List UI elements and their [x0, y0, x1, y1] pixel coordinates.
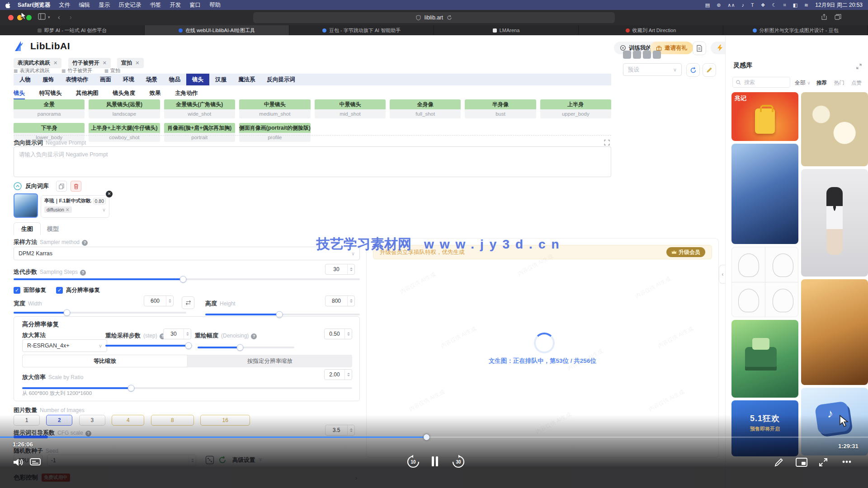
more-options-icon[interactable]: [842, 460, 852, 464]
tag-history-item[interactable]: ▦宣拍: [104, 67, 120, 74]
shot-mid[interactable]: 中景镜头mid_shot: [315, 99, 386, 118]
status-music-icon[interactable]: ♪: [741, 2, 744, 8]
sidebar-chevron-icon[interactable]: ▾: [48, 15, 50, 19]
pip-icon[interactable]: [796, 458, 807, 467]
tab-hanfu[interactable]: 汉服: [209, 74, 232, 85]
model-remove-button[interactable]: ✕: [106, 191, 113, 197]
gallery-image-green-train[interactable]: [731, 320, 798, 398]
shot-medium[interactable]: 中景镜头medium_shot: [239, 99, 311, 118]
shot-panorama[interactable]: 全景panorama: [14, 99, 85, 118]
tab-object[interactable]: 物品: [163, 74, 186, 85]
status-moon-icon[interactable]: ☾: [772, 2, 777, 8]
forward-button[interactable]: ›: [70, 14, 72, 21]
shot-wide[interactable]: 全景镜头(广角镜头)wide_shot: [164, 99, 235, 118]
subtab-composition[interactable]: 其他构图: [76, 90, 99, 99]
pause-button[interactable]: [430, 455, 439, 467]
tag-history-item[interactable]: ▦竹子被劈开: [61, 67, 92, 74]
upscaler-select[interactable]: R-ESRGAN_4x+∨: [22, 339, 107, 352]
tab-magic[interactable]: 魔法系: [232, 74, 261, 85]
annotate-pencil-icon[interactable]: [774, 457, 784, 467]
tab-doubao-analyze[interactable]: 分析图片与文字生成图片设计 - 豆包: [723, 25, 868, 35]
share-icon[interactable]: [821, 14, 827, 22]
model-weight[interactable]: 0.80: [93, 198, 106, 204]
height-stepper[interactable]: 800: [325, 296, 355, 306]
tab-lmarena[interactable]: LMArena: [434, 25, 579, 35]
tab-overview-icon[interactable]: [835, 14, 841, 22]
tab-scene[interactable]: 场景: [140, 74, 163, 85]
gallery-filter-select[interactable]: 全部 ∨: [795, 79, 811, 87]
sidebar-expand-icon[interactable]: [856, 63, 862, 71]
negative-prompt-input[interactable]: [14, 146, 611, 177]
chevron-down-icon[interactable]: ∨: [102, 207, 106, 213]
chevron-right-icon[interactable]: ›: [355, 474, 357, 481]
seed-input[interactable]: -1: [47, 455, 196, 466]
menu-help[interactable]: 帮助: [209, 1, 221, 9]
tab-frame[interactable]: 画面: [94, 74, 117, 85]
step-up-icon[interactable]: [350, 266, 353, 269]
fullscreen-icon[interactable]: [818, 457, 828, 467]
tab-expression[interactable]: 表情动作: [60, 74, 94, 85]
scale-by-resolution-tab[interactable]: 按指定分辨率缩放: [188, 355, 352, 367]
steps-stepper[interactable]: 30: [325, 264, 355, 275]
slider-thumb[interactable]: [180, 276, 187, 283]
gallery-image-model-photo[interactable]: [801, 169, 868, 277]
video-progress-thumb[interactable]: [424, 434, 429, 440]
rewind-10-button[interactable]: 10: [406, 455, 420, 469]
denoising-stepper[interactable]: 0.50: [324, 328, 352, 339]
apple-menu-icon[interactable]: [5, 2, 11, 9]
address-bar[interactable]: liblib.art: [253, 12, 615, 23]
tab-doubao[interactable]: 豆包 - 字节跳动旗下 AI 智能助手: [289, 25, 434, 35]
menubar-clock[interactable]: 12月9日 周二 20:53: [815, 1, 863, 9]
collapse-up-icon[interactable]: [14, 182, 22, 190]
status-app-m-icon[interactable]: ∧∧: [727, 2, 735, 8]
model-card[interactable]: 亭琉｜F.1新中式弥散... 0.80 diffusion ✕ ∨: [41, 195, 109, 218]
close-window-button[interactable]: [8, 15, 14, 20]
info-icon[interactable]: ?: [251, 333, 257, 339]
tab-negative[interactable]: 反向提示词: [261, 74, 302, 85]
preset-select[interactable]: 预设∨: [623, 63, 682, 76]
gallery-search[interactable]: [732, 77, 790, 88]
tag-history-item[interactable]: ▦表演武术跳跃: [14, 67, 49, 74]
count-1[interactable]: 1: [14, 415, 40, 426]
hires-fix-checkbox[interactable]: ✓: [56, 287, 63, 294]
step-down-icon[interactable]: [350, 270, 353, 272]
sampler-select[interactable]: DPM2 Karras∨: [14, 247, 360, 260]
menu-bookmarks[interactable]: 书签: [150, 1, 161, 9]
shot-landscape[interactable]: 风景镜头(远景)landscape: [89, 99, 160, 118]
menu-history[interactable]: 历史记录: [118, 1, 141, 9]
count-4[interactable]: 4: [112, 415, 144, 426]
menu-app-name[interactable]: Safari浏览器: [18, 1, 50, 9]
subtab-angle[interactable]: 镜头角度: [113, 90, 135, 99]
cfg-stepper[interactable]: 3.5: [325, 425, 355, 436]
slider-thumb[interactable]: [64, 310, 71, 316]
gallery-search-input[interactable]: [743, 79, 781, 86]
refresh-button[interactable]: [686, 63, 700, 77]
tab-liblib-active[interactable]: 在线 webUI-LiblibAI-AI绘图工具: [145, 25, 289, 35]
width-stepper[interactable]: 600: [144, 296, 174, 306]
model-thumbnail[interactable]: [14, 193, 38, 218]
shot-profile[interactable]: 侧面肖像画(portrait的侧脸版)profile: [239, 123, 311, 142]
sort-hot[interactable]: 热门: [834, 80, 844, 86]
advanced-settings-label[interactable]: 高级设置: [232, 456, 255, 464]
shot-upper[interactable]: 上半身upper_body: [540, 99, 611, 118]
scale-by-ratio-tab[interactable]: 等比缩放: [22, 355, 188, 367]
tab-jimeng[interactable]: 即梦 AI - 一站式 AI 创作平台: [0, 25, 145, 35]
status-grid-icon[interactable]: ⌗: [783, 2, 786, 8]
tab-generate-active[interactable]: 生图: [14, 222, 41, 235]
menu-edit[interactable]: 编辑: [79, 1, 90, 9]
gallery-image-sketches[interactable]: [731, 247, 798, 317]
docs-button[interactable]: [693, 42, 706, 55]
info-icon[interactable]: ?: [82, 240, 88, 246]
delete-icon[interactable]: [71, 181, 81, 192]
menu-view[interactable]: 显示: [99, 1, 110, 9]
gallery-image-anime-girl[interactable]: [801, 279, 868, 385]
tab-environment[interactable]: 环境: [117, 74, 140, 85]
liblib-logo[interactable]: LibLibAI: [14, 40, 70, 52]
slider-thumb[interactable]: [237, 344, 244, 351]
ratio-slider[interactable]: [22, 387, 352, 389]
color-control-row[interactable]: 色彩控制 免费试用中 ›: [14, 474, 357, 482]
gallery-image-warrior[interactable]: [731, 144, 798, 244]
status-battery-icon[interactable]: ◧: [793, 2, 797, 8]
remove-tag-icon[interactable]: ✕: [66, 207, 70, 212]
count-3[interactable]: 3: [79, 415, 105, 426]
